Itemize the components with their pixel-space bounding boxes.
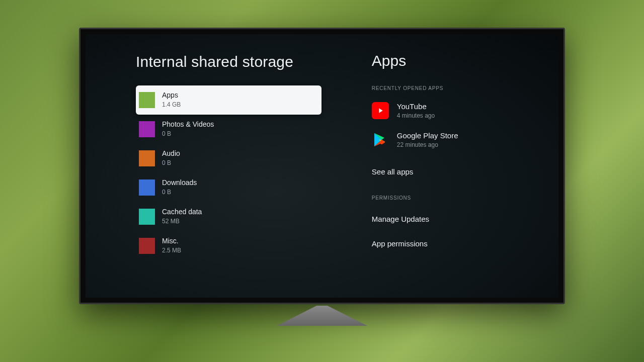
storage-row-misc[interactable]: Misc. 2.5 MB (136, 231, 321, 260)
app-timestamp: 22 minutes ago (397, 141, 458, 148)
tv-frame: Internal shared storage Apps 1.4 GB Phot… (79, 28, 565, 304)
color-swatch-audio (139, 150, 155, 166)
manage-updates[interactable]: Manage Updates (372, 207, 543, 231)
storage-panel: Internal shared storage Apps 1.4 GB Phot… (86, 52, 332, 298)
app-label: Google Play Store (397, 131, 458, 140)
youtube-icon (372, 102, 389, 119)
tv-screen: Internal shared storage Apps 1.4 GB Phot… (86, 34, 558, 298)
storage-label: Audio (162, 149, 180, 158)
color-swatch-misc (139, 238, 155, 254)
app-permissions[interactable]: App permissions (372, 231, 543, 256)
color-swatch-cached (139, 209, 155, 225)
playstore-icon (372, 131, 389, 148)
apps-title: Apps (372, 52, 543, 69)
storage-size: 0 B (162, 130, 214, 138)
see-all-apps[interactable]: See all apps (372, 159, 543, 184)
app-timestamp: 4 minutes ago (397, 112, 435, 119)
recent-apps-header: RECENTLY OPENED APPS (372, 85, 543, 91)
color-swatch-downloads (139, 179, 155, 196)
storage-row-photos[interactable]: Photos & Videos 0 B (136, 115, 321, 144)
storage-row-cached[interactable]: Cached data 52 MB (136, 202, 321, 231)
color-swatch-photos (139, 121, 155, 137)
app-label: YouTube (397, 102, 435, 111)
page-title: Internal shared storage (136, 52, 321, 71)
storage-row-audio[interactable]: Audio 0 B (136, 144, 321, 173)
storage-label: Photos & Videos (162, 120, 214, 129)
storage-size: 1.4 GB (162, 101, 181, 109)
storage-size: 0 B (162, 189, 197, 197)
storage-label: Misc. (162, 236, 181, 245)
permissions-header: PERMISSIONS (372, 195, 543, 201)
color-swatch-apps (139, 92, 155, 108)
storage-size: 0 B (162, 159, 180, 167)
storage-size: 52 MB (162, 218, 202, 226)
storage-size: 2.5 MB (162, 247, 181, 255)
storage-row-apps[interactable]: Apps 1.4 GB (136, 85, 321, 115)
apps-panel: Apps RECENTLY OPENED APPS YouTube 4 minu… (332, 52, 558, 298)
recent-app-youtube[interactable]: YouTube 4 minutes ago (372, 97, 543, 124)
storage-row-downloads[interactable]: Downloads 0 B (136, 173, 321, 202)
recent-app-playstore[interactable]: Google Play Store 22 minutes ago (372, 126, 543, 153)
storage-label: Apps (162, 90, 181, 100)
storage-label: Cached data (162, 207, 202, 216)
storage-label: Downloads (162, 178, 197, 187)
